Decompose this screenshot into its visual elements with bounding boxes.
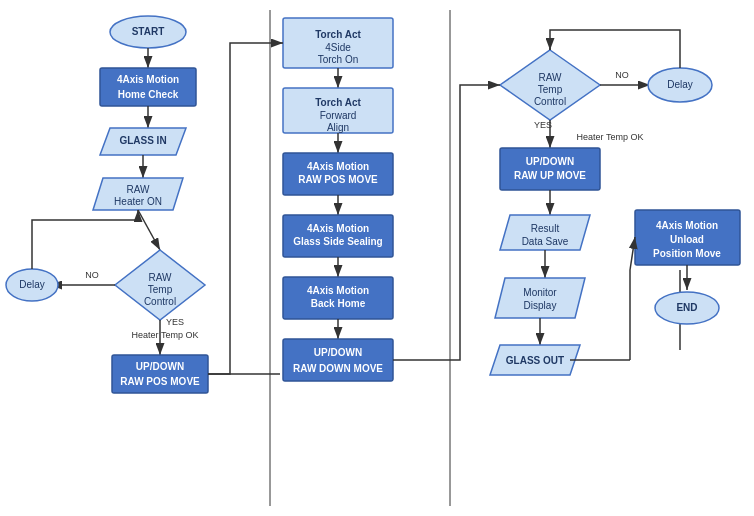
torch2-sub1: Forward bbox=[320, 110, 357, 121]
axis2-sub: RAW POS MOVE bbox=[298, 174, 378, 185]
updown3-sub: RAW UP MOVE bbox=[514, 170, 586, 181]
axis5-sub2: Position Move bbox=[653, 248, 721, 259]
axis1-sub: Home Check bbox=[118, 89, 179, 100]
axis3-title: 4Axis Motion bbox=[307, 223, 369, 234]
axis5-sub1: Unload bbox=[670, 234, 704, 245]
result-data-l1: Result bbox=[531, 223, 560, 234]
updown1-title: UP/DOWN bbox=[136, 361, 184, 372]
delay2-label: Delay bbox=[667, 79, 693, 90]
torch1-sub1: 4Side bbox=[325, 42, 351, 53]
raw-temp1-l2: Temp bbox=[148, 284, 173, 295]
raw-temp1-l1: RAW bbox=[149, 272, 173, 283]
raw-temp2-l1: RAW bbox=[539, 72, 563, 83]
glass-out-label: GLASS OUT bbox=[506, 355, 564, 366]
axis2-title: 4Axis Motion bbox=[307, 161, 369, 172]
torch1-title: Torch Act bbox=[315, 29, 361, 40]
yes1-label: YES bbox=[166, 317, 184, 327]
updown2-title: UP/DOWN bbox=[314, 347, 362, 358]
heater-ok2: Heater Temp OK bbox=[577, 132, 644, 142]
torch2-title: Torch Act bbox=[315, 97, 361, 108]
torch2-sub2: Align bbox=[327, 122, 349, 133]
no2-label: NO bbox=[615, 70, 629, 80]
raw-temp1-l3: Control bbox=[144, 296, 176, 307]
result-data-l2: Data Save bbox=[522, 236, 569, 247]
updown1-sub: RAW POS MOVE bbox=[120, 376, 200, 387]
monitor-l1: Monitor bbox=[523, 287, 557, 298]
updown2-sub: RAW DOWN MOVE bbox=[293, 363, 383, 374]
delay1-label: Delay bbox=[19, 279, 45, 290]
torch1-sub2: Torch On bbox=[318, 54, 359, 65]
svg-rect-28 bbox=[283, 339, 393, 381]
svg-marker-38 bbox=[495, 278, 585, 318]
axis5-title: 4Axis Motion bbox=[656, 220, 718, 231]
raw-temp2-l2: Temp bbox=[538, 84, 563, 95]
raw-heater-line2: Heater ON bbox=[114, 196, 162, 207]
svg-line-10 bbox=[138, 210, 160, 250]
monitor-l2: Display bbox=[524, 300, 557, 311]
end-label: END bbox=[676, 302, 697, 313]
raw-heater-line1: RAW bbox=[127, 184, 151, 195]
axis4-sub: Back Home bbox=[311, 298, 366, 309]
flowchart: START 4Axis Motion Home Check GLASS IN R… bbox=[0, 0, 754, 516]
heater-ok1: Heater Temp OK bbox=[132, 330, 199, 340]
axis3-sub: Glass Side Sealing bbox=[293, 236, 382, 247]
start-label: START bbox=[132, 26, 165, 37]
axis4-title: 4Axis Motion bbox=[307, 285, 369, 296]
glass-in-label: GLASS IN bbox=[119, 135, 166, 146]
raw-temp2-l3: Control bbox=[534, 96, 566, 107]
updown3-title: UP/DOWN bbox=[526, 156, 574, 167]
axis1-title: 4Axis Motion bbox=[117, 74, 179, 85]
no1-label: NO bbox=[85, 270, 99, 280]
